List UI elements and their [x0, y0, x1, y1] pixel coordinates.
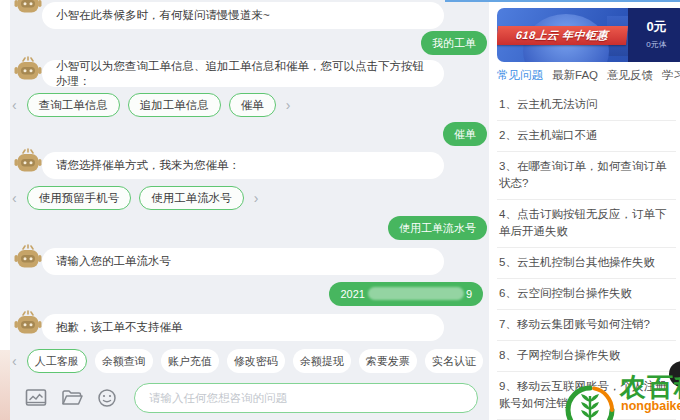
quick-reply-group: ‹ 查询工单信息 追加工单信息 催单 › [10, 92, 489, 118]
message-input[interactable] [134, 383, 478, 413]
bot-message-text: 小智可以为您查询工单信息、追加工单信息和催单，您可以点击下方按钮办理： [56, 59, 430, 89]
wheat-icon [564, 384, 616, 420]
bot-avatar-icon [14, 310, 42, 336]
bot-message-bubble: 小智可以为您查询工单信息、追加工单信息和催单，您可以点击下方按钮办理： [42, 60, 444, 87]
bot-message-text: 抱歉，该工单不支持催单 [56, 320, 183, 335]
quick-action-chip-human-service[interactable]: 人工客服 [27, 349, 87, 373]
page-left-edge-photo [0, 350, 10, 420]
faq-item[interactable]: 1、云主机无法访问 [497, 90, 676, 121]
quick-action-chip[interactable]: 实名认证 [425, 349, 483, 373]
bot-message-bubble: 小智在此恭候多时，有何疑问请慢慢道来~ [42, 2, 444, 29]
faq-item[interactable]: 3、在哪查询订单，如何查询订单状态? [497, 152, 676, 200]
tab-latest-faq[interactable]: 最新FAQ [552, 68, 598, 83]
bot-message-bubble: 抱歉，该工单不支持催单 [42, 314, 444, 341]
quick-action-chip[interactable]: 索要发票 [359, 349, 417, 373]
quick-action-chip[interactable]: 修改密码 [227, 349, 285, 373]
watermark-logo: 农百科 nongbaike.net [562, 368, 680, 420]
banner-price: 0元 [628, 18, 680, 36]
tab-tutorial-videos[interactable]: 学习视频 [662, 68, 680, 83]
flow-number-prefix: 2021 [340, 288, 364, 300]
privacy-blur [368, 287, 464, 300]
chat-window: 小智在此恭候多时，有何疑问请慢慢道来~ 我的工单 小智可以为您查询工单信息、追加… [0, 0, 680, 420]
bot-avatar-icon [14, 148, 42, 174]
quick-reply-button[interactable]: 查询工单信息 [27, 93, 120, 117]
bot-message-bubble: 请您选择催单方式，我来为您催单： [42, 152, 444, 179]
banner-price-panel: 0元 0元体 [628, 8, 680, 62]
faq-item[interactable]: 7、移动云集团账号如何注销? [497, 310, 676, 341]
quick-action-chip[interactable]: 账户充值 [161, 349, 219, 373]
page-left-edge [0, 0, 10, 420]
flow-number-suffix: 9 [466, 288, 472, 300]
bot-avatar-icon [14, 244, 42, 270]
bot-message-text: 请输入您的工单流水号 [56, 254, 171, 269]
user-message-bubble: 使用工单流水号 [388, 216, 487, 240]
emoji-icon[interactable] [97, 388, 119, 408]
top-border-line [445, 0, 680, 2]
chat-area: 小智在此恭候多时，有何疑问请慢慢道来~ 我的工单 小智可以为您查询工单信息、追加… [10, 0, 489, 420]
screenshot-icon[interactable] [25, 388, 47, 408]
banner-price-note: 0元体 [628, 39, 680, 50]
quick-reply-button[interactable]: 追加工单信息 [128, 93, 221, 117]
scroll-right-icon[interactable]: › [252, 186, 261, 210]
quick-reply-button[interactable]: 使用工单流水号 [139, 186, 244, 210]
composer [10, 381, 489, 415]
bot-message-bubble: 请输入您的工单流水号 [42, 248, 444, 275]
bot-avatar-icon [14, 56, 42, 82]
quick-action-chip[interactable]: 余额查询 [95, 349, 153, 373]
scroll-left-icon[interactable]: ‹ [10, 93, 19, 117]
user-message-bubble: 20219 [329, 282, 483, 306]
faq-item[interactable]: 2、云主机端口不通 [497, 121, 676, 152]
bot-message-text: 请您选择催单方式，我来为您催单： [56, 158, 240, 173]
tab-feedback[interactable]: 意见反馈 [607, 68, 653, 83]
user-message-bubble: 催单 [443, 122, 487, 146]
user-message-bubble: 我的工单 [421, 31, 487, 55]
quick-reply-group: ‹ 使用预留手机号 使用工单流水号 › [10, 185, 489, 211]
faq-tabs: 常见问题 最新FAQ 意见反馈 学习视频 [497, 68, 680, 83]
quick-reply-button[interactable]: 使用预留手机号 [27, 186, 132, 210]
bot-message-text: 小智在此恭候多时，有何疑问请慢慢道来~ [56, 8, 270, 23]
quick-action-chip[interactable]: 余额提现 [293, 349, 351, 373]
bot-avatar-icon [14, 0, 42, 15]
faq-item[interactable]: 4、点击订购按钮无反应，订单下单后开通失败 [497, 200, 676, 248]
watermark-url: nongbaike.net [621, 399, 680, 413]
faq-item[interactable]: 6、云空间控制台操作失败 [497, 279, 676, 310]
scroll-right-icon[interactable]: › [284, 93, 293, 117]
banner-title: 618上云 年中钜惠 [515, 28, 609, 43]
folder-icon[interactable] [61, 388, 83, 408]
help-sidebar: 618上云 年中钜惠 0元 0元体 常见问题 最新FAQ 意见反馈 学习视频 1… [489, 0, 680, 420]
scroll-left-icon[interactable]: ‹ [10, 349, 19, 373]
tab-common-questions[interactable]: 常见问题 [497, 68, 543, 83]
quick-reply-button[interactable]: 催单 [229, 93, 276, 117]
quick-actions-bar: ‹ 人工客服 余额查询 账户充值 修改密码 余额提现 索要发票 实名认证 › [10, 348, 489, 374]
banner-ribbon: 618上云 年中钜惠 [497, 26, 628, 45]
promo-banner[interactable]: 618上云 年中钜惠 0元 0元体 [497, 8, 680, 62]
faq-item[interactable]: 5、云主机控制台其他操作失败 [497, 248, 676, 279]
scroll-left-icon[interactable]: ‹ [10, 186, 19, 210]
